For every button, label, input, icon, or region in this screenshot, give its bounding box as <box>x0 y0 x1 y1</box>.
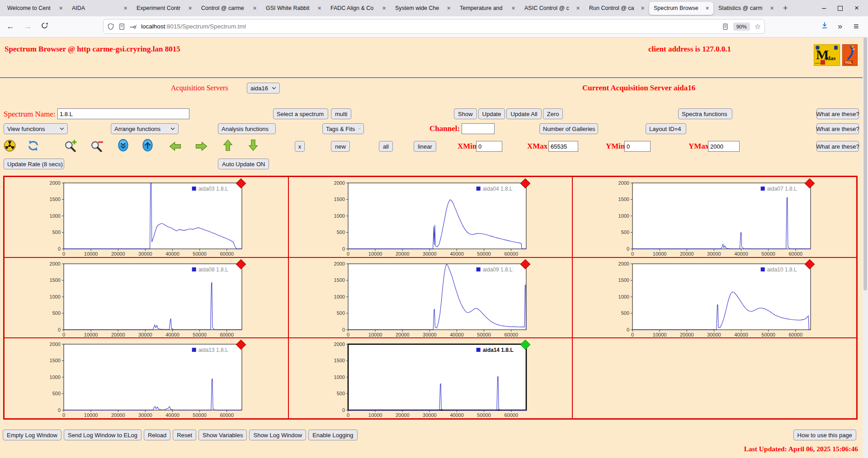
reset-button[interactable]: Reset <box>173 430 196 440</box>
gallery-cell-aida10[interactable]: 0500100015002000010000200003000040000500… <box>572 257 857 338</box>
midas-logo[interactable]: M idas powered by <box>814 44 840 66</box>
acquisition-server-select[interactable]: aida16 <box>247 83 280 93</box>
browser-tab[interactable]: Run Control @ ca× <box>585 2 649 15</box>
tab-close-icon[interactable]: × <box>574 5 582 12</box>
gallery-cell-aida08[interactable]: 0500100015002000010000200003000040000500… <box>4 257 288 338</box>
tab-close-icon[interactable]: × <box>509 5 517 12</box>
spectrum-plot-aida13[interactable]: 0500100015002000010000200003000040000500… <box>47 340 245 417</box>
number-of-galleries-select[interactable]: Number of Galleries <box>539 123 598 134</box>
layout-id-select[interactable]: Layout ID=4 <box>646 123 686 134</box>
gallery-cell-aida14[interactable]: 0500100015002000010000200003000040000500… <box>288 338 573 419</box>
tab-close-icon[interactable]: × <box>768 5 776 12</box>
tab-close-icon[interactable]: × <box>445 5 453 12</box>
spectrum-plot-aida14[interactable]: 0500100015002000010000200003000040000500… <box>331 340 530 417</box>
xmax-input[interactable] <box>548 141 578 152</box>
arrow-up-icon[interactable] <box>222 139 233 154</box>
tab-close-icon[interactable]: × <box>380 5 388 12</box>
url-bar[interactable]: localhost:8015/Spectrum/Spectrum.tml 90%… <box>103 19 765 34</box>
forward-icon[interactable]: → <box>24 20 32 32</box>
reload-icon[interactable] <box>41 21 48 33</box>
tags-fits-select[interactable]: Tags & Fits <box>322 123 364 134</box>
maximize-icon[interactable] <box>838 6 843 11</box>
tab-close-icon[interactable]: × <box>251 5 259 12</box>
browser-tab[interactable]: ASIC Control @ c× <box>520 2 584 15</box>
collapse-down-icon[interactable] <box>118 139 129 154</box>
browser-tab[interactable]: FADC Align & Co× <box>326 2 390 15</box>
new-button[interactable]: new <box>331 141 350 152</box>
xmin-input[interactable] <box>476 141 502 152</box>
refresh-icon[interactable] <box>27 140 39 154</box>
tab-close-icon[interactable]: × <box>57 5 65 12</box>
browser-tab[interactable]: Welcome to Cent× <box>3 2 67 15</box>
browser-tab[interactable]: Control @ carme× <box>197 2 261 15</box>
browser-tab[interactable]: Experiment Contr× <box>132 2 196 15</box>
gallery-cell-aida04[interactable]: 0500100015002000010000200003000040000500… <box>288 177 573 257</box>
reload-button[interactable]: Reload <box>144 430 170 440</box>
bookmark-star-icon[interactable]: ☆ <box>755 22 761 31</box>
spectrum-name-input[interactable] <box>57 108 189 119</box>
browser-tab[interactable]: AIDA× <box>67 2 132 15</box>
page-info-icon[interactable] <box>118 23 125 30</box>
zoom-level-badge[interactable]: 90% <box>733 23 750 31</box>
hamburger-menu-icon[interactable]: ≡ <box>854 20 859 32</box>
arrow-left-icon[interactable] <box>168 141 182 154</box>
spectrum-plot-aida09[interactable]: 0500100015002000010000200003000040000500… <box>331 259 530 337</box>
what-are-these-button-1[interactable]: What are these? <box>816 108 859 119</box>
tcl-powered-logo[interactable]: TCL <box>842 44 858 66</box>
url-text[interactable]: localhost:8015/Spectrum/Spectrum.tml <box>141 23 722 30</box>
spectrum-plot-aida03[interactable]: 0500100015002000010000200003000040000500… <box>47 178 245 256</box>
x-button[interactable]: x <box>295 141 305 152</box>
update-button[interactable]: Update <box>478 108 505 119</box>
update-rate-select[interactable]: Update Rate (8 secs) <box>4 159 64 169</box>
browser-tab[interactable]: Statistics @ carm× <box>714 2 778 15</box>
gallery-cell-aida09[interactable]: 0500100015002000010000200003000040000500… <box>288 257 573 338</box>
select-a-spectrum-select[interactable]: Select a spectrum <box>273 108 328 119</box>
show-variables-button[interactable]: Show Variables <box>198 430 247 440</box>
reader-mode-icon[interactable] <box>722 23 729 30</box>
page-scrollbar[interactable] <box>863 37 868 458</box>
view-functions-select[interactable]: View functions <box>4 123 68 134</box>
arrange-functions-select[interactable]: Arrange functions <box>111 123 179 134</box>
browser-tab[interactable]: GSI White Rabbit× <box>261 2 326 15</box>
spectra-functions-select[interactable]: Spectra functions <box>678 108 732 119</box>
back-icon[interactable]: ← <box>6 20 14 32</box>
send-log-window-to-elog-button[interactable]: Send Log Window to ELog <box>64 430 142 440</box>
ymin-input[interactable] <box>624 141 651 152</box>
auto-update-button[interactable]: Auto Update ON <box>218 159 269 169</box>
spectrum-plot-aida10[interactable]: 0500100015002000010000200003000040000500… <box>615 259 814 337</box>
gallery-cell-aida03[interactable]: 0500100015002000010000200003000040000500… <box>4 177 288 257</box>
overflow-menu-icon[interactable]: » <box>838 20 842 32</box>
all-button[interactable]: all <box>379 141 393 152</box>
enable-logging-button[interactable]: Enable Logging <box>308 430 357 440</box>
how-to-use-button[interactable]: How to use this page <box>793 430 856 440</box>
minimize-icon[interactable]: – <box>822 4 826 12</box>
zoom-in-icon[interactable] <box>63 139 78 154</box>
channel-input[interactable] <box>462 123 495 134</box>
zoom-out-icon[interactable] <box>90 139 104 154</box>
browser-tab[interactable]: System wide Che× <box>391 2 455 15</box>
expand-up-icon[interactable] <box>142 139 153 154</box>
analysis-functions-select[interactable]: Analysis functions <box>218 123 276 134</box>
radiation-icon[interactable] <box>4 140 16 154</box>
browser-tab[interactable]: Temperature and× <box>455 2 519 15</box>
what-are-these-button-2[interactable]: What are these? <box>816 123 859 134</box>
window-close-icon[interactable]: × <box>854 4 859 13</box>
update-all-button[interactable]: Update All <box>506 108 541 119</box>
what-are-these-button-3[interactable]: What are these? <box>816 141 859 152</box>
empty-log-window-button[interactable]: Empty Log Window <box>3 430 61 440</box>
gallery-cell-aida13[interactable]: 0500100015002000010000200003000040000500… <box>4 338 288 419</box>
permissions-icon[interactable] <box>129 23 137 30</box>
show-button[interactable]: Show <box>454 108 477 119</box>
zero-button[interactable]: Zero <box>543 108 563 119</box>
tab-close-icon[interactable]: × <box>703 5 711 12</box>
tab-close-icon[interactable]: × <box>639 5 646 12</box>
multi-button[interactable]: multi <box>331 108 351 119</box>
tab-close-icon[interactable]: × <box>186 5 194 12</box>
tab-close-icon[interactable]: × <box>316 5 323 12</box>
new-tab-button[interactable]: + <box>778 4 793 13</box>
show-log-window-button[interactable]: Show Log Window <box>249 430 306 440</box>
spectrum-plot-aida04[interactable]: 0500100015002000010000200003000040000500… <box>331 178 530 256</box>
ymax-input[interactable] <box>708 141 740 152</box>
linear-button[interactable]: linear <box>414 141 436 152</box>
spectrum-plot-aida07[interactable]: 0500100015002000010000200003000040000500… <box>615 178 814 256</box>
